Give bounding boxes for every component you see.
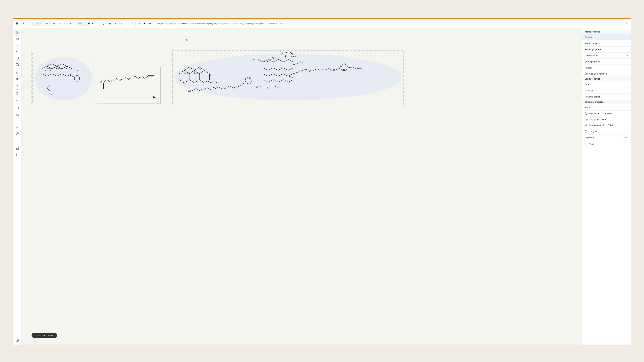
font-family-select[interactable]: ArialArialHelveticaTimes New RomanCourie… <box>77 22 90 25</box>
panel-item-variable-attachment[interactable]: Add variable attachment <box>582 111 631 116</box>
stereo-label: Stereo <box>585 106 591 109</box>
svg-line-55 <box>122 77 126 80</box>
svg-text:O: O <box>129 77 131 80</box>
sep4 <box>154 21 154 26</box>
zoom-control: 177%50%75%100%150%177%200%300% <box>32 22 42 25</box>
menu-icon[interactable]: ☰ <box>15 21 20 26</box>
panel-item-query[interactable]: Query properties... <box>582 59 631 65</box>
svg-line-7 <box>18 94 18 95</box>
charge-chevron: › <box>628 36 628 38</box>
settings-icon[interactable]: ⚙ <box>57 21 62 26</box>
enhanced-stereo-label: Enhanced stereo <box>585 42 601 45</box>
tool-zoom-out[interactable] <box>14 97 20 103</box>
tool-arrow[interactable] <box>14 118 20 124</box>
duplicate-shortcut: Ctrl+D <box>623 137 628 139</box>
align-chevron: › <box>628 143 628 145</box>
svg-line-53 <box>116 78 120 81</box>
svg-text:O: O <box>189 90 191 92</box>
tool-bond[interactable] <box>14 42 20 48</box>
tool-rect-select[interactable] <box>14 105 20 111</box>
tool-zoom-in[interactable] <box>14 91 20 97</box>
svg-rect-168 <box>585 131 587 133</box>
copy-as-label: Copy as <box>589 130 597 133</box>
h-icon[interactable]: H≡ <box>69 21 74 26</box>
svg-text:N: N <box>343 69 345 71</box>
svg-text:N: N <box>345 64 346 66</box>
tool-atom-a[interactable]: A <box>14 82 20 88</box>
tool-templates[interactable] <box>14 61 20 67</box>
tool-text[interactable]: T <box>14 139 20 145</box>
italic-button[interactable]: I <box>113 21 118 26</box>
panel-item-homology[interactable]: Homology groups... <box>582 46 631 53</box>
mw-button[interactable]: MW <box>43 22 50 25</box>
sep1 <box>75 21 75 26</box>
svg-text:HO: HO <box>280 53 283 55</box>
svg-text:N: N <box>249 77 251 80</box>
copy-as-chevron: › <box>628 130 628 133</box>
panel-item-stereo[interactable]: Stereo › <box>582 104 631 111</box>
svg-text:O: O <box>212 88 214 91</box>
enhanced-stereo-chevron: › <box>628 42 628 45</box>
tool-plus[interactable] <box>14 124 20 130</box>
svg-text:O: O <box>333 69 335 71</box>
underline-button[interactable]: U <box>119 21 123 26</box>
ch4-button[interactable]: CH₄ <box>137 21 142 26</box>
status-message: ✓ Structures cleaned. <box>32 333 57 338</box>
highlight-color-button[interactable]: ✏ <box>148 21 152 26</box>
tool-erase[interactable] <box>14 36 20 42</box>
tool-atom-r[interactable]: R <box>14 76 20 82</box>
panel-item-type[interactable]: Type › <box>582 81 631 87</box>
strikethrough-button[interactable]: T <box>124 21 128 26</box>
panel-item-radical[interactable]: Radical › <box>582 65 631 71</box>
svg-marker-71 <box>153 96 156 98</box>
tool-ring[interactable] <box>14 55 20 61</box>
font-size-up-icon[interactable]: ▲ <box>102 21 104 24</box>
panel-item-periodic[interactable]: Periodic table... ⇧P <box>582 53 631 59</box>
superscript-button[interactable]: Tx <box>130 21 134 26</box>
download-icon[interactable]: ⬇ <box>624 21 629 26</box>
panel-item-reacting-center[interactable]: Reacting center › <box>582 94 631 100</box>
2d-button[interactable]: 2D <box>51 22 56 25</box>
panel-item-charge[interactable]: Charge › <box>582 34 631 40</box>
reactant2-molecule: HO O O O <box>97 67 161 104</box>
formula-bar: (7S,9S)-7-[(2R,4S,5S,6S)-4-Amino-5-hydro… <box>156 22 622 25</box>
text-color-button[interactable]: A <box>143 21 147 26</box>
tool-reaction[interactable] <box>14 131 20 137</box>
svg-text:CH₃: CH₃ <box>300 61 303 63</box>
tool-chain[interactable] <box>14 49 20 55</box>
svg-point-72 <box>174 54 402 100</box>
canvas-area[interactable]: ↻ N <box>22 28 582 345</box>
font-size-input[interactable]: 10 <box>95 22 101 25</box>
panel-item-enhanced-stereo[interactable]: Enhanced stereo › <box>582 40 631 46</box>
tool-image[interactable] <box>14 145 20 151</box>
svg-text:O: O <box>200 89 202 91</box>
panel-item-duplicate[interactable]: Duplicate Ctrl+D <box>582 135 631 141</box>
panel-item-copy-as[interactable]: Copy as › <box>582 128 631 135</box>
panel-item-align[interactable]: Align › <box>582 141 631 147</box>
tool-attachment[interactable] <box>14 152 20 158</box>
panel-item-topology[interactable]: Topology › <box>582 87 631 94</box>
refresh-icon[interactable]: ↻ <box>186 38 188 42</box>
periodic-label: Periodic table... <box>585 54 600 57</box>
redo-button[interactable]: ↻ <box>26 21 31 26</box>
font-dropdown-icon[interactable]: ▼ <box>92 21 94 26</box>
svg-point-25 <box>35 57 92 100</box>
clean-reaction-icon <box>585 124 588 127</box>
structural-properties-title: Structural properties <box>582 100 631 104</box>
bold-button[interactable]: B <box>108 21 112 26</box>
tool-select[interactable] <box>14 30 20 36</box>
tool-atom-c[interactable]: C <box>14 70 20 76</box>
svg-rect-3 <box>16 64 18 66</box>
font-size-down-icon[interactable]: ▼ <box>102 24 104 26</box>
tool-sep-3 <box>15 104 20 104</box>
stereo-icon[interactable]: ⟲ <box>63 21 68 26</box>
svg-line-10 <box>18 101 18 101</box>
zoom-select[interactable]: 177%50%75%100%150%177%200%300% <box>32 22 42 25</box>
tool-help[interactable]: ? <box>14 337 20 343</box>
panel-item-structure-to-name[interactable]: ABC Structure to name <box>582 116 631 122</box>
undo-button[interactable]: ↺ <box>20 21 25 26</box>
panel-item-atom-numbers[interactable]: 123 Add atom numbers <box>582 71 631 77</box>
tool-lasso-select[interactable] <box>14 112 20 118</box>
panel-item-clean-reaction[interactable]: Clean up reaction Ctrl+X <box>582 122 631 128</box>
topology-chevron: › <box>628 89 628 92</box>
